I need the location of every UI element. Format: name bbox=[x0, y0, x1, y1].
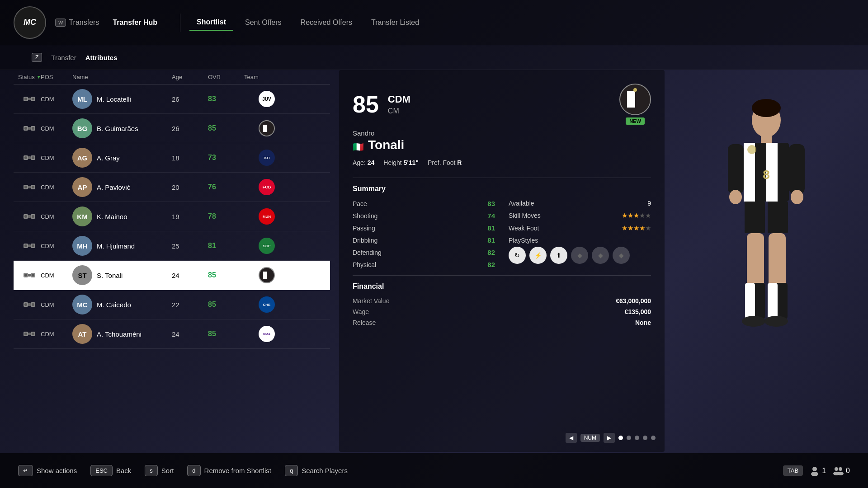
search-players-btn[interactable]: q Search Players bbox=[285, 465, 348, 476]
col-header-age: Age bbox=[172, 74, 208, 80]
stat-value: 82 bbox=[487, 249, 495, 256]
player-name-cell: AP A. Pavlović bbox=[72, 177, 172, 197]
table-row[interactable]: CDM KM K. Mainoo 19 78 MUN bbox=[14, 202, 330, 231]
svg-rect-61 bbox=[789, 144, 805, 194]
row-status-icon bbox=[18, 270, 41, 280]
stat-label: Physical bbox=[353, 261, 376, 268]
row-team-badge: RMA bbox=[244, 326, 289, 342]
row-status-icon bbox=[18, 329, 41, 339]
svg-point-22 bbox=[32, 186, 34, 188]
table-row[interactable]: CDM ML M. Locatelli 26 83 JUV bbox=[14, 84, 330, 114]
player-icon bbox=[810, 466, 820, 476]
z-key-badge: Z bbox=[32, 53, 42, 62]
row-status-icon bbox=[18, 211, 41, 221]
svg-point-9 bbox=[32, 127, 34, 130]
player-name-text: A. Gray bbox=[97, 154, 120, 162]
table-header: Status ▼ POS Name Age OVR Team bbox=[14, 70, 330, 84]
row-ovr: 85 bbox=[208, 271, 244, 279]
player-detail-panel: 85 CDM CM NEW Sandro 🇮🇹 Tonali Age: 24 H… bbox=[339, 70, 665, 452]
stat-value: 83 bbox=[487, 200, 495, 207]
row-ovr: 73 bbox=[208, 154, 244, 162]
tab-sent-offers[interactable]: Sent Offers bbox=[238, 15, 289, 30]
show-actions-key: ↵ bbox=[18, 465, 33, 476]
release-value: None bbox=[635, 319, 651, 326]
nav-transfer-hub[interactable]: Transfer Hub bbox=[113, 19, 157, 27]
svg-point-73 bbox=[764, 316, 788, 327]
remove-shortlist-btn[interactable]: d Remove from Shortlist bbox=[187, 465, 271, 476]
row-status-icon bbox=[18, 153, 41, 163]
row-age: 20 bbox=[172, 183, 208, 191]
nav-transfers[interactable]: W Transfers bbox=[55, 19, 99, 27]
col-header-status: Status ▼ bbox=[18, 74, 41, 80]
row-ovr: 76 bbox=[208, 183, 244, 191]
svg-point-62 bbox=[729, 190, 742, 204]
svg-rect-48 bbox=[28, 333, 31, 335]
row-age: 25 bbox=[172, 242, 208, 250]
sub-nav-attributes[interactable]: Attributes bbox=[85, 54, 118, 61]
table-row[interactable]: CDM MH M. Hjulmand 25 81 SCP bbox=[14, 231, 330, 261]
page-prev[interactable]: ◀ bbox=[566, 433, 577, 443]
player-model-svg: 8 bbox=[703, 95, 830, 403]
svg-rect-65 bbox=[768, 202, 788, 233]
player-name-cell: ST S. Tonali bbox=[72, 265, 172, 285]
table-row[interactable]: CDM AG A. Gray 18 73 TOT bbox=[14, 143, 330, 173]
table-row[interactable]: CDM ST S. Tonali 24 85 bbox=[14, 261, 330, 290]
tab-transfer-listed[interactable]: Transfer Listed bbox=[364, 15, 426, 30]
row-pos: CDM bbox=[41, 301, 72, 308]
svg-point-78 bbox=[811, 472, 818, 476]
player-name-cell: MH M. Hjulmand bbox=[72, 236, 172, 256]
tab-received-offers[interactable]: Received Offers bbox=[293, 15, 359, 30]
sub-nav-transfer[interactable]: Transfer bbox=[51, 54, 76, 61]
table-row[interactable]: CDM MC M. Caicedo 22 85 CHE bbox=[14, 290, 330, 319]
row-team-badge bbox=[244, 267, 289, 283]
stat-row-skill-moves: Skill Moves ★★★★★ bbox=[509, 211, 651, 220]
stats-grid: Pace 83 Shooting 74 Passing 81 Dribbling… bbox=[353, 200, 651, 268]
sub-navigation: Z Transfer Attributes bbox=[0, 45, 868, 70]
right-stats-col: Available 9 Skill Moves ★★★★★ Weak Foot … bbox=[509, 200, 651, 264]
back-btn[interactable]: ESC Back bbox=[90, 465, 131, 476]
table-row[interactable]: CDM AT A. Tchouaméni 24 85 RMA bbox=[14, 319, 330, 349]
svg-point-32 bbox=[32, 244, 34, 247]
row-team-badge: TOT bbox=[244, 150, 289, 166]
sort-btn[interactable]: s Sort bbox=[145, 465, 174, 476]
tab-shortlist[interactable]: Shortlist bbox=[189, 14, 233, 31]
svg-point-44 bbox=[24, 303, 27, 306]
svg-point-4 bbox=[32, 98, 34, 100]
group-icon bbox=[833, 466, 844, 476]
svg-rect-43 bbox=[28, 303, 31, 306]
search-key: q bbox=[285, 465, 298, 476]
show-actions-btn[interactable]: ↵ Show actions bbox=[18, 465, 77, 476]
player-name-cell: KM K. Mainoo bbox=[72, 206, 172, 226]
svg-point-36 bbox=[24, 274, 27, 277]
stat-row-passing: Passing 81 bbox=[353, 224, 495, 232]
stat-label: Shooting bbox=[353, 212, 377, 220]
stat-value: 82 bbox=[487, 261, 495, 268]
player-name-text: K. Mainoo bbox=[97, 213, 127, 221]
row-age: 26 bbox=[172, 95, 208, 103]
sort-key: s bbox=[145, 465, 158, 476]
player-table-body: CDM ML M. Locatelli 26 83 JUV CDM BG B. … bbox=[14, 84, 330, 444]
svg-point-21 bbox=[24, 186, 27, 188]
svg-rect-67 bbox=[769, 233, 786, 287]
svg-rect-12 bbox=[267, 125, 270, 132]
pos-primary: CDM bbox=[388, 94, 410, 105]
row-pos: CDM bbox=[41, 125, 72, 132]
height-meta: Height 5'11" bbox=[383, 159, 419, 166]
row-age: 19 bbox=[172, 213, 208, 221]
row-team-badge: SCP bbox=[244, 238, 289, 254]
player-meta: Age: 24 Height 5'11" Pref. Foot R bbox=[353, 159, 651, 166]
stat-value: 81 bbox=[487, 224, 495, 232]
svg-point-63 bbox=[791, 190, 803, 204]
svg-point-31 bbox=[24, 244, 27, 247]
player-name-text: S. Tonali bbox=[97, 272, 123, 279]
playstyles-cell: PlayStyles ↻⚡⬆◆◆◆ bbox=[509, 237, 651, 264]
table-row[interactable]: CDM BG B. Guimarães 26 85 bbox=[14, 114, 330, 143]
col-header-team: Team bbox=[244, 74, 289, 80]
svg-point-50 bbox=[32, 333, 34, 335]
release-row: Release None bbox=[353, 319, 651, 326]
svg-point-45 bbox=[32, 303, 34, 306]
tab-key: TAB bbox=[783, 465, 803, 476]
svg-point-82 bbox=[837, 472, 844, 475]
page-next[interactable]: ▶ bbox=[604, 433, 615, 443]
table-row[interactable]: CDM AP A. Pavlović 20 76 FCB bbox=[14, 173, 330, 202]
